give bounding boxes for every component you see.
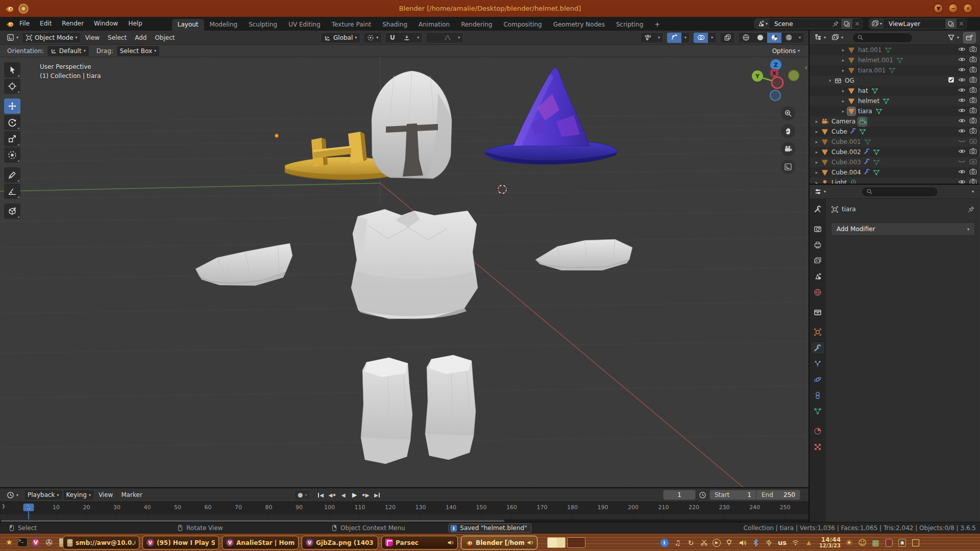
timeline-ruler[interactable]: 1 10203040506070809010011012013014015016… — [0, 502, 808, 514]
properties-tab-view-layer[interactable] — [811, 255, 824, 267]
current-frame-field[interactable]: 1 — [663, 490, 696, 500]
snap-toggle[interactable] — [385, 33, 400, 43]
properties-tab-output[interactable] — [811, 239, 824, 251]
window-minimize-button[interactable]: − — [948, 4, 958, 13]
outliner-item-label[interactable]: helmet.001 — [858, 57, 893, 64]
menubar-item-edit[interactable]: Edit — [35, 17, 57, 31]
render-visibility-toggle[interactable] — [969, 158, 977, 167]
vivaldi-launcher-icon[interactable]: V — [31, 537, 41, 547]
properties-tab-render[interactable] — [811, 223, 824, 235]
frame-start-field[interactable]: Start1 — [709, 490, 756, 500]
new-view-layer-button[interactable] — [945, 19, 957, 29]
visibility-eye-toggle[interactable] — [958, 127, 966, 136]
expand-arrow[interactable]: ▸ — [813, 119, 821, 124]
expand-arrow[interactable]: ▾ — [826, 78, 834, 83]
outliner-item-label[interactable]: Cube.001 — [831, 138, 861, 145]
outliner-search-input[interactable] — [852, 33, 913, 43]
workspace-tab-scripting[interactable]: Scripting — [610, 19, 649, 31]
render-visibility-toggle[interactable] — [969, 45, 977, 55]
menubar-item-file[interactable]: File — [14, 17, 35, 31]
tray-notes-book-icon[interactable] — [884, 538, 894, 547]
taskbar-window-blender-hom[interactable]: Blender [/hom... — [461, 536, 537, 549]
properties-tab-tool[interactable] — [811, 203, 824, 215]
transform-tool[interactable] — [4, 147, 20, 163]
visibility-eye-toggle[interactable] — [958, 107, 966, 116]
outliner-row-cube-003[interactable]: ▸Cube.003 — [810, 157, 979, 167]
render-visibility-toggle[interactable] — [969, 168, 977, 177]
render-visibility-toggle[interactable] — [969, 66, 977, 75]
select-menu[interactable]: Select — [104, 34, 131, 41]
outliner-row-hat-001[interactable]: ▸hat.001 — [810, 45, 979, 55]
menubar-item-help[interactable]: Help — [123, 17, 147, 31]
pivot-point-dropdown[interactable]: ▾ — [363, 32, 382, 43]
measure-tool[interactable] — [4, 184, 20, 199]
outliner-item-label[interactable]: hat — [858, 87, 868, 94]
expand-arrow[interactable]: ▸ — [839, 58, 847, 63]
terminal-launcher-icon[interactable]: >_ — [17, 537, 28, 547]
visibility-eye-toggle[interactable] — [958, 158, 966, 167]
outliner-filter-id-dropdown[interactable]: ▾ — [830, 32, 845, 43]
saved-status-badge[interactable]: i Saved "helmet.blend" — [448, 523, 531, 533]
options-dropdown[interactable]: Options▾ — [769, 45, 803, 57]
shading-rendered-toggle[interactable] — [781, 33, 796, 43]
viewport-canvas[interactable]: User Perspective (1) Collection | tiara … — [0, 57, 808, 487]
properties-tab-collection[interactable] — [811, 306, 824, 318]
tray-update-icon[interactable]: ↻ — [686, 538, 696, 547]
workspace-tab-animation[interactable]: Animation — [413, 19, 455, 31]
pin-id-icon[interactable] — [967, 206, 975, 213]
visibility-eye-toggle[interactable] — [958, 66, 966, 75]
visibility-eye-toggle[interactable] — [958, 137, 966, 146]
visibility-dropdown-arrow[interactable]: ▾ — [655, 33, 663, 43]
outliner-item-label[interactable]: tiara — [858, 108, 872, 115]
view-layer-name[interactable]: ViewLayer — [885, 20, 945, 28]
outliner-item-label[interactable]: Light — [831, 179, 847, 184]
shading-wireframe-toggle[interactable] — [739, 33, 753, 43]
expand-arrow[interactable]: ▸ — [839, 98, 847, 104]
outliner-item-label[interactable]: Cube.002 — [831, 148, 861, 156]
workspace-tab-sculpting[interactable]: Sculpting — [243, 19, 283, 31]
outliner-row-light[interactable]: ▸Light — [810, 178, 979, 184]
workspace-tab-geometry-nodes[interactable]: Geometry Nodes — [548, 19, 610, 31]
outliner-row-cube[interactable]: ▸Cube — [810, 127, 979, 137]
select-box-tool[interactable] — [4, 62, 20, 78]
outliner-row-cube-001[interactable]: ▸Cube.001 — [810, 137, 979, 147]
delete-view-layer-button[interactable] — [957, 20, 966, 27]
proportional-dropdown-arrow[interactable]: ▾ — [455, 33, 463, 43]
chest-plate-object[interactable] — [351, 209, 478, 319]
expand-arrow[interactable]: ▸ — [813, 180, 821, 184]
tray-wifi-icon[interactable] — [791, 538, 800, 547]
render-visibility-toggle[interactable] — [969, 107, 977, 116]
pin-scene-icon[interactable] — [830, 20, 841, 28]
render-visibility-toggle[interactable] — [969, 76, 977, 85]
tray-weather-icon[interactable]: ☀ — [844, 538, 854, 547]
auto-keying-toggle[interactable]: ●▾ — [294, 490, 311, 500]
expand-arrow[interactable]: ▸ — [813, 160, 821, 165]
workspace-tab-rendering[interactable]: Rendering — [455, 19, 498, 31]
window-titlebar[interactable]: Blender [/home/amalie/Desktop/blender/he… — [0, 0, 980, 17]
jump-to-end-button[interactable]: ▶ — [372, 490, 382, 500]
timeline-channel-arrow[interactable]: ❯ — [2, 504, 6, 509]
outliner-item-label[interactable]: Camera — [831, 118, 855, 125]
render-visibility-toggle[interactable] — [969, 127, 977, 136]
media-player-launcher-icon[interactable]: ✇ — [44, 537, 54, 547]
add-workspace-button[interactable]: + — [649, 18, 666, 31]
outliner-row-cube-002[interactable]: ▸Cube.002 — [810, 147, 979, 157]
outliner-row-tiara-001[interactable]: ▸tiara.001 — [810, 65, 979, 76]
properties-tab-modifiers[interactable] — [811, 342, 824, 354]
xray-toggle[interactable] — [720, 33, 734, 43]
tray-usb-icon[interactable] — [764, 538, 774, 547]
menubar-item-window[interactable]: Window — [89, 17, 123, 31]
visibility-eye-toggle[interactable] — [958, 76, 966, 85]
jump-to-start-button[interactable]: ◀ — [316, 490, 326, 500]
expand-arrow[interactable]: ▸ — [839, 88, 847, 93]
shading-material-preview-toggle[interactable] — [767, 33, 781, 43]
tray-clock[interactable]: 14:4412/3/23 — [817, 537, 841, 549]
new-collection-button[interactable] — [963, 32, 976, 43]
expand-arrow[interactable]: ▸ — [813, 149, 821, 155]
add-menu[interactable]: Add — [131, 34, 151, 41]
properties-editor-type-dropdown[interactable]: ▾ — [813, 186, 827, 197]
play-button[interactable]: ▶ — [350, 490, 360, 500]
tray-media-play-icon[interactable]: ▶ — [713, 539, 721, 547]
right-boot-object[interactable] — [425, 355, 476, 460]
visibility-eye-toggle[interactable] — [958, 96, 966, 106]
